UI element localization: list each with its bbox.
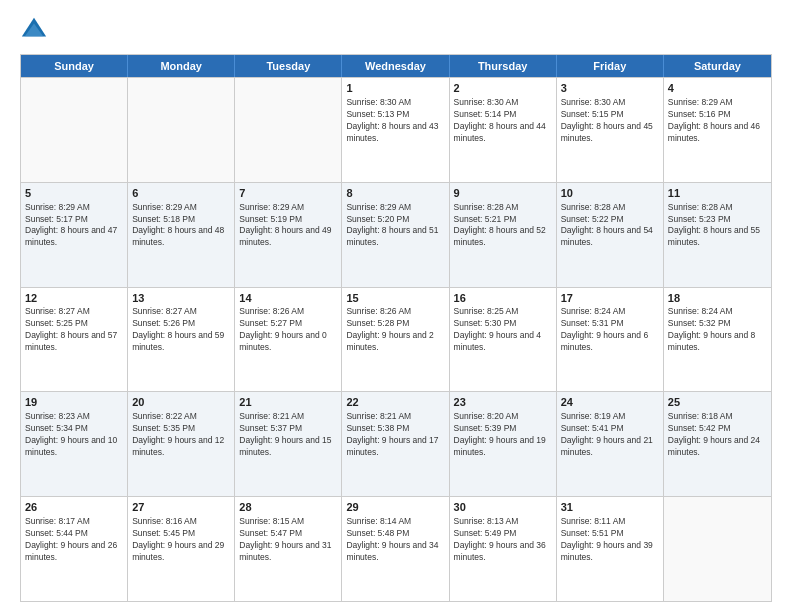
day-number: 25	[668, 395, 767, 410]
day-number: 11	[668, 186, 767, 201]
calendar-cell: 28Sunrise: 8:15 AMSunset: 5:47 PMDayligh…	[235, 497, 342, 601]
calendar-cell: 10Sunrise: 8:28 AMSunset: 5:22 PMDayligh…	[557, 183, 664, 287]
calendar-cell: 31Sunrise: 8:11 AMSunset: 5:51 PMDayligh…	[557, 497, 664, 601]
day-number: 19	[25, 395, 123, 410]
calendar-cell: 18Sunrise: 8:24 AMSunset: 5:32 PMDayligh…	[664, 288, 771, 392]
calendar-cell: 6Sunrise: 8:29 AMSunset: 5:18 PMDaylight…	[128, 183, 235, 287]
day-number: 5	[25, 186, 123, 201]
calendar-cell: 17Sunrise: 8:24 AMSunset: 5:31 PMDayligh…	[557, 288, 664, 392]
calendar-row: 12Sunrise: 8:27 AMSunset: 5:25 PMDayligh…	[21, 287, 771, 392]
calendar-cell: 7Sunrise: 8:29 AMSunset: 5:19 PMDaylight…	[235, 183, 342, 287]
day-number: 23	[454, 395, 552, 410]
weekday-header: Sunday	[21, 55, 128, 77]
cell-details: Sunrise: 8:28 AMSunset: 5:21 PMDaylight:…	[454, 202, 552, 250]
cell-details: Sunrise: 8:25 AMSunset: 5:30 PMDaylight:…	[454, 306, 552, 354]
day-number: 7	[239, 186, 337, 201]
calendar-cell	[128, 78, 235, 182]
day-number: 17	[561, 291, 659, 306]
calendar-cell: 19Sunrise: 8:23 AMSunset: 5:34 PMDayligh…	[21, 392, 128, 496]
calendar-cell: 3Sunrise: 8:30 AMSunset: 5:15 PMDaylight…	[557, 78, 664, 182]
cell-details: Sunrise: 8:21 AMSunset: 5:37 PMDaylight:…	[239, 411, 337, 459]
calendar: SundayMondayTuesdayWednesdayThursdayFrid…	[20, 54, 772, 602]
calendar-cell	[235, 78, 342, 182]
day-number: 16	[454, 291, 552, 306]
day-number: 27	[132, 500, 230, 515]
calendar-cell: 12Sunrise: 8:27 AMSunset: 5:25 PMDayligh…	[21, 288, 128, 392]
day-number: 10	[561, 186, 659, 201]
cell-details: Sunrise: 8:15 AMSunset: 5:47 PMDaylight:…	[239, 516, 337, 564]
cell-details: Sunrise: 8:16 AMSunset: 5:45 PMDaylight:…	[132, 516, 230, 564]
day-number: 21	[239, 395, 337, 410]
cell-details: Sunrise: 8:29 AMSunset: 5:18 PMDaylight:…	[132, 202, 230, 250]
cell-details: Sunrise: 8:21 AMSunset: 5:38 PMDaylight:…	[346, 411, 444, 459]
cell-details: Sunrise: 8:28 AMSunset: 5:23 PMDaylight:…	[668, 202, 767, 250]
cell-details: Sunrise: 8:27 AMSunset: 5:26 PMDaylight:…	[132, 306, 230, 354]
weekday-header: Wednesday	[342, 55, 449, 77]
weekday-header: Monday	[128, 55, 235, 77]
calendar-cell: 11Sunrise: 8:28 AMSunset: 5:23 PMDayligh…	[664, 183, 771, 287]
calendar-cell: 16Sunrise: 8:25 AMSunset: 5:30 PMDayligh…	[450, 288, 557, 392]
cell-details: Sunrise: 8:11 AMSunset: 5:51 PMDaylight:…	[561, 516, 659, 564]
calendar-cell: 22Sunrise: 8:21 AMSunset: 5:38 PMDayligh…	[342, 392, 449, 496]
cell-details: Sunrise: 8:29 AMSunset: 5:16 PMDaylight:…	[668, 97, 767, 145]
calendar-cell: 5Sunrise: 8:29 AMSunset: 5:17 PMDaylight…	[21, 183, 128, 287]
cell-details: Sunrise: 8:19 AMSunset: 5:41 PMDaylight:…	[561, 411, 659, 459]
calendar-cell: 15Sunrise: 8:26 AMSunset: 5:28 PMDayligh…	[342, 288, 449, 392]
calendar-row: 19Sunrise: 8:23 AMSunset: 5:34 PMDayligh…	[21, 391, 771, 496]
day-number: 22	[346, 395, 444, 410]
day-number: 1	[346, 81, 444, 96]
cell-details: Sunrise: 8:24 AMSunset: 5:31 PMDaylight:…	[561, 306, 659, 354]
cell-details: Sunrise: 8:13 AMSunset: 5:49 PMDaylight:…	[454, 516, 552, 564]
day-number: 28	[239, 500, 337, 515]
cell-details: Sunrise: 8:22 AMSunset: 5:35 PMDaylight:…	[132, 411, 230, 459]
cell-details: Sunrise: 8:14 AMSunset: 5:48 PMDaylight:…	[346, 516, 444, 564]
calendar-header: SundayMondayTuesdayWednesdayThursdayFrid…	[21, 55, 771, 77]
calendar-cell: 26Sunrise: 8:17 AMSunset: 5:44 PMDayligh…	[21, 497, 128, 601]
calendar-cell: 4Sunrise: 8:29 AMSunset: 5:16 PMDaylight…	[664, 78, 771, 182]
cell-details: Sunrise: 8:26 AMSunset: 5:28 PMDaylight:…	[346, 306, 444, 354]
calendar-cell: 8Sunrise: 8:29 AMSunset: 5:20 PMDaylight…	[342, 183, 449, 287]
cell-details: Sunrise: 8:23 AMSunset: 5:34 PMDaylight:…	[25, 411, 123, 459]
calendar-cell: 25Sunrise: 8:18 AMSunset: 5:42 PMDayligh…	[664, 392, 771, 496]
day-number: 8	[346, 186, 444, 201]
cell-details: Sunrise: 8:26 AMSunset: 5:27 PMDaylight:…	[239, 306, 337, 354]
day-number: 9	[454, 186, 552, 201]
logo-icon	[20, 16, 48, 44]
day-number: 26	[25, 500, 123, 515]
header	[20, 16, 772, 44]
day-number: 31	[561, 500, 659, 515]
page: SundayMondayTuesdayWednesdayThursdayFrid…	[0, 0, 792, 612]
calendar-cell: 27Sunrise: 8:16 AMSunset: 5:45 PMDayligh…	[128, 497, 235, 601]
day-number: 12	[25, 291, 123, 306]
calendar-cell	[664, 497, 771, 601]
day-number: 3	[561, 81, 659, 96]
day-number: 2	[454, 81, 552, 96]
calendar-row: 1Sunrise: 8:30 AMSunset: 5:13 PMDaylight…	[21, 77, 771, 182]
calendar-cell: 14Sunrise: 8:26 AMSunset: 5:27 PMDayligh…	[235, 288, 342, 392]
calendar-cell: 24Sunrise: 8:19 AMSunset: 5:41 PMDayligh…	[557, 392, 664, 496]
day-number: 4	[668, 81, 767, 96]
calendar-cell: 9Sunrise: 8:28 AMSunset: 5:21 PMDaylight…	[450, 183, 557, 287]
cell-details: Sunrise: 8:29 AMSunset: 5:19 PMDaylight:…	[239, 202, 337, 250]
cell-details: Sunrise: 8:30 AMSunset: 5:15 PMDaylight:…	[561, 97, 659, 145]
cell-details: Sunrise: 8:29 AMSunset: 5:17 PMDaylight:…	[25, 202, 123, 250]
calendar-cell: 30Sunrise: 8:13 AMSunset: 5:49 PMDayligh…	[450, 497, 557, 601]
weekday-header: Thursday	[450, 55, 557, 77]
day-number: 30	[454, 500, 552, 515]
calendar-cell: 20Sunrise: 8:22 AMSunset: 5:35 PMDayligh…	[128, 392, 235, 496]
cell-details: Sunrise: 8:29 AMSunset: 5:20 PMDaylight:…	[346, 202, 444, 250]
day-number: 18	[668, 291, 767, 306]
cell-details: Sunrise: 8:24 AMSunset: 5:32 PMDaylight:…	[668, 306, 767, 354]
cell-details: Sunrise: 8:18 AMSunset: 5:42 PMDaylight:…	[668, 411, 767, 459]
calendar-cell: 21Sunrise: 8:21 AMSunset: 5:37 PMDayligh…	[235, 392, 342, 496]
day-number: 24	[561, 395, 659, 410]
day-number: 6	[132, 186, 230, 201]
calendar-cell: 2Sunrise: 8:30 AMSunset: 5:14 PMDaylight…	[450, 78, 557, 182]
day-number: 20	[132, 395, 230, 410]
calendar-body: 1Sunrise: 8:30 AMSunset: 5:13 PMDaylight…	[21, 77, 771, 601]
weekday-header: Saturday	[664, 55, 771, 77]
day-number: 14	[239, 291, 337, 306]
cell-details: Sunrise: 8:17 AMSunset: 5:44 PMDaylight:…	[25, 516, 123, 564]
day-number: 13	[132, 291, 230, 306]
calendar-row: 5Sunrise: 8:29 AMSunset: 5:17 PMDaylight…	[21, 182, 771, 287]
